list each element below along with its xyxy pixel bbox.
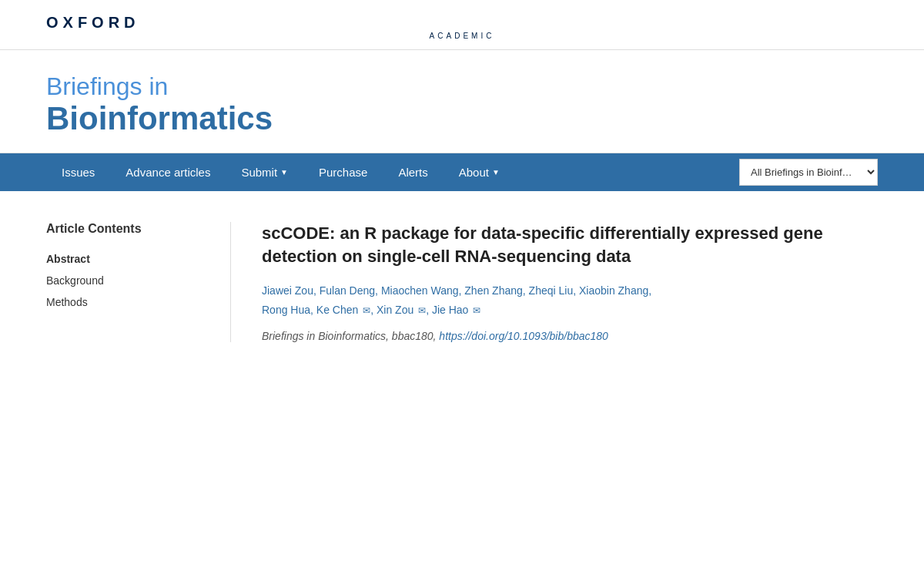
oxford-logo: OXFORD ACADEMIC — [46, 14, 878, 40]
chevron-down-icon: ▼ — [280, 168, 288, 176]
oxford-text: OXFORD — [46, 14, 140, 32]
nav-link-issues[interactable]: Issues — [46, 153, 110, 191]
article-main: scCODE: an R package for data-specific d… — [231, 222, 878, 342]
academic-text: ACADEMIC — [46, 32, 878, 40]
journal-title-line2: Bioinformatics — [46, 101, 878, 136]
author-3[interactable]: Miaochen Wang — [381, 284, 459, 297]
email-icon-xin-zou: ✉ — [418, 303, 426, 320]
nav-item-advance[interactable]: Advance articles — [110, 153, 226, 191]
journal-header: Briefings in Bioinformatics — [0, 50, 924, 153]
citation-journal: Briefings in Bioinformatics — [262, 330, 386, 342]
sidebar-item-abstract[interactable]: Abstract — [46, 248, 207, 270]
chevron-down-icon-about: ▼ — [492, 168, 500, 176]
author-4[interactable]: Zhen Zhang — [464, 284, 523, 297]
nav-item-purchase[interactable]: Purchase — [303, 153, 383, 191]
author-9[interactable]: Xin Zou — [377, 304, 413, 316]
article-authors: Jiawei Zou, Fulan Deng, Miaochen Wang, Z… — [262, 281, 878, 320]
author-5[interactable]: Zheqi Liu — [529, 284, 574, 297]
sidebar-item-background[interactable]: Background — [46, 270, 207, 291]
nav-link-advance[interactable]: Advance articles — [110, 153, 226, 191]
top-bar: OXFORD ACADEMIC — [0, 0, 924, 50]
email-icon-ke-chen: ✉ — [363, 303, 370, 320]
sidebar-item-methods[interactable]: Methods — [46, 291, 207, 313]
content-area: Article Contents Abstract Background Met… — [0, 191, 924, 373]
author-2[interactable]: Fulan Deng — [320, 284, 375, 297]
nav-link-alerts[interactable]: Alerts — [383, 153, 443, 191]
nav-item-issues[interactable]: Issues — [46, 153, 110, 191]
journal-title-line1: Briefings in — [46, 72, 878, 101]
nav-dropdown-submit: Submit ▼ — [241, 166, 288, 179]
nav-link-purchase[interactable]: Purchase — [303, 153, 383, 191]
journal-select[interactable]: All Briefings in Bioinform... — [739, 159, 878, 186]
nav-items: Issues Advance articles Submit ▼ Purchas… — [46, 153, 515, 191]
article-title: scCODE: an R package for data-specific d… — [262, 222, 878, 270]
email-icon-jie-hao: ✉ — [473, 303, 480, 320]
sidebar-title: Article Contents — [46, 222, 207, 236]
author-7[interactable]: Rong Hua — [262, 304, 310, 316]
nav-item-alerts[interactable]: Alerts — [383, 153, 443, 191]
author-1[interactable]: Jiawei Zou — [262, 284, 313, 297]
author-10[interactable]: Jie Hao — [432, 304, 468, 316]
nav-link-submit[interactable]: Submit ▼ — [226, 153, 303, 191]
nav-select-wrapper[interactable]: All Briefings in Bioinform... — [739, 159, 878, 186]
nav-item-submit[interactable]: Submit ▼ — [226, 153, 303, 191]
nav-link-about[interactable]: About ▼ — [444, 153, 515, 191]
citation-id: bbac180 — [392, 330, 434, 342]
page-wrapper: OXFORD ACADEMIC Briefings in Bioinformat… — [0, 0, 924, 578]
nav-bar: Issues Advance articles Submit ▼ Purchas… — [0, 153, 924, 191]
article-sidebar: Article Contents Abstract Background Met… — [46, 222, 231, 342]
article-citation: Briefings in Bioinformatics, bbac180, ht… — [262, 330, 878, 342]
author-6[interactable]: Xiaobin Zhang — [579, 284, 648, 297]
citation-doi-link[interactable]: https://doi.org/10.1093/bib/bbac180 — [439, 330, 608, 342]
nav-item-about[interactable]: About ▼ — [444, 153, 515, 191]
author-8[interactable]: Ke Chen — [316, 304, 358, 316]
nav-dropdown-about: About ▼ — [459, 166, 500, 179]
